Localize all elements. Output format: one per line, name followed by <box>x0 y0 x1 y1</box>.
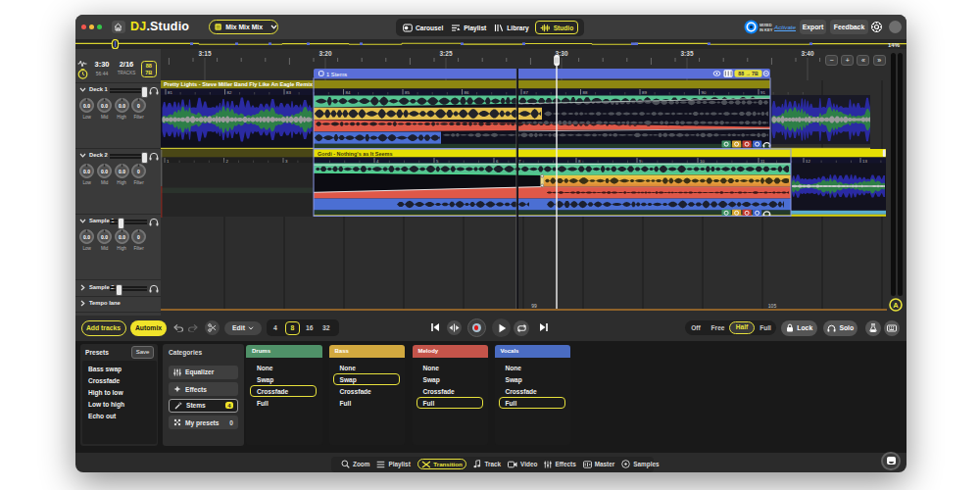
svg-text:105: 105 <box>768 303 777 309</box>
svg-text:0.0: 0.0 <box>101 233 108 239</box>
svg-text:A: A <box>893 301 899 310</box>
svg-text:0.0: 0.0 <box>119 168 125 173</box>
svg-text:81: 81 <box>168 90 172 95</box>
svg-text:14%: 14% <box>888 42 901 48</box>
svg-text:3:40: 3:40 <box>801 50 813 57</box>
svg-text:3:25: 3:25 <box>439 50 452 57</box>
svg-text:Gordi - Nothing's as It Seems: Gordi - Nothing's as It Seems <box>318 151 393 157</box>
svg-text:0.0: 0.0 <box>83 233 90 239</box>
svg-text:82: 82 <box>227 90 232 95</box>
svg-text:0.0: 0.0 <box>83 168 90 173</box>
svg-text:88 → 7B: 88 → 7B <box>738 71 759 76</box>
svg-text:85: 85 <box>405 90 410 95</box>
svg-text:0: 0 <box>137 102 140 108</box>
svg-text:3:15: 3:15 <box>198 50 211 57</box>
svg-text:0.0: 0.0 <box>119 102 125 108</box>
svg-text:91: 91 <box>760 90 765 95</box>
svg-text:3:20: 3:20 <box>318 50 331 57</box>
svg-text:99: 99 <box>531 303 537 309</box>
svg-text:86: 86 <box>465 90 469 95</box>
svg-text:88: 88 <box>583 90 588 95</box>
svg-text:89: 89 <box>642 90 647 95</box>
svg-text:0: 0 <box>137 233 140 239</box>
svg-text:1 Stems: 1 Stems <box>326 72 347 77</box>
svg-text:0: 0 <box>137 168 140 173</box>
svg-text:11: 11 <box>760 159 765 164</box>
svg-text:87: 87 <box>523 90 528 95</box>
svg-text:0.0: 0.0 <box>101 168 108 173</box>
svg-text:Pretty Lights - Steve Miller B: Pretty Lights - Steve Miller Band Fly Li… <box>164 81 314 87</box>
svg-text:83: 83 <box>286 90 291 95</box>
svg-text:0.0: 0.0 <box>83 102 90 108</box>
svg-text:0.0: 0.0 <box>119 233 125 239</box>
svg-text:90: 90 <box>702 90 707 95</box>
svg-text:3:35: 3:35 <box>680 50 693 57</box>
svg-text:0.0: 0.0 <box>101 102 108 108</box>
svg-text:84: 84 <box>346 90 351 95</box>
svg-text:13: 13 <box>862 159 867 164</box>
